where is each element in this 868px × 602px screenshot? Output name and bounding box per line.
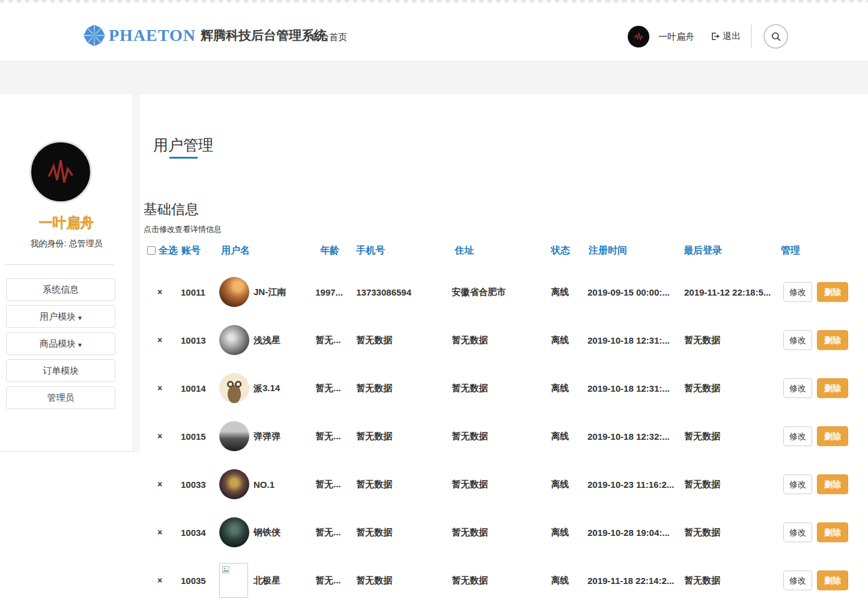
avatar-waveform-icon <box>31 142 90 201</box>
brand-logo[interactable]: PHAETON 辉腾科技后台管理系统 <box>83 24 327 47</box>
gem-icon <box>83 24 106 47</box>
col-account: 账号 <box>181 245 201 257</box>
delete-button[interactable]: 删除 <box>817 282 848 302</box>
row-select-mark[interactable]: × <box>157 528 162 537</box>
sidebar-item-user-module[interactable]: 用户模块 <box>6 305 115 328</box>
address-cell: 暂无数据 <box>452 383 488 394</box>
last-login-cell: 暂无数据 <box>684 431 720 442</box>
user-avatar <box>219 517 249 547</box>
table-row: × 10035 北极星 暂无... 暂无数据 暂无数据 离线 2019-11-1… <box>140 556 868 602</box>
last-login-cell: 暂无数据 <box>684 575 720 586</box>
search-icon <box>770 31 782 43</box>
main-content: 用户管理 基础信息 点击修改查看详情信息 全选 账号 用户名 年龄 手机号 住址… <box>140 94 868 602</box>
sidebar-user-avatar[interactable] <box>29 141 92 203</box>
col-phone: 手机号 <box>356 245 385 257</box>
nav-front-home-link[interactable]: 前台首页 <box>311 32 347 43</box>
username-cell: 钢铁侠 <box>253 527 281 538</box>
status-cell: 离线 <box>551 335 569 346</box>
sidebar-gutter <box>133 94 140 452</box>
delete-button[interactable]: 删除 <box>817 571 848 591</box>
delete-button[interactable]: 删除 <box>817 475 848 494</box>
registered-cell: 2019-10-18 12:31:... <box>587 383 670 394</box>
user-avatar <box>219 421 249 451</box>
row-select-mark[interactable]: × <box>157 287 162 297</box>
select-all-label[interactable]: 全选 <box>159 245 178 257</box>
broken-image-icon <box>222 566 231 574</box>
delete-button[interactable]: 删除 <box>817 330 848 350</box>
sidebar-display-name: 一叶扁舟 <box>0 213 133 232</box>
edit-button[interactable]: 修改 <box>783 427 812 446</box>
user-avatar <box>219 325 249 355</box>
address-cell: 暂无数据 <box>452 575 488 586</box>
registered-cell: 2019-11-18 22:14:2... <box>587 576 674 586</box>
address-cell: 暂无数据 <box>452 335 488 346</box>
delete-button[interactable]: 删除 <box>817 379 848 398</box>
phone-cell: 暂无数据 <box>356 383 392 394</box>
address-cell: 暂无数据 <box>452 479 488 490</box>
user-avatar <box>219 373 249 403</box>
select-all-checkbox[interactable] <box>147 246 156 255</box>
app-title: 辉腾科技后台管理系统 <box>201 27 327 44</box>
account-cell: 10013 <box>181 335 206 345</box>
edit-button[interactable]: 修改 <box>783 330 812 350</box>
phone-cell: 暂无数据 <box>356 335 392 346</box>
edit-button[interactable]: 修改 <box>783 523 812 543</box>
row-select-mark[interactable]: × <box>157 479 162 489</box>
age-cell: 1997... <box>315 287 343 297</box>
edit-button[interactable]: 修改 <box>783 379 812 398</box>
col-registered: 注册时间 <box>589 245 627 257</box>
edit-button[interactable]: 修改 <box>783 571 812 591</box>
status-cell: 离线 <box>551 527 569 538</box>
account-cell: 10034 <box>181 528 206 538</box>
logout-label: 退出 <box>723 31 741 42</box>
sidebar-item-order-module[interactable]: 订单模块 <box>6 359 115 382</box>
username-cell: 弹弹弹 <box>253 431 281 442</box>
sidebar-item-product-module[interactable]: 商品模块 <box>6 332 115 355</box>
phone-cell: 暂无数据 <box>356 479 392 490</box>
header-divider <box>751 25 751 47</box>
table-row: × 10014 派3.14 暂无... 暂无数据 暂无数据 离线 2019-10… <box>140 364 868 412</box>
edit-button[interactable]: 修改 <box>783 475 812 494</box>
registered-cell: 2019-10-18 12:31:... <box>587 335 670 345</box>
username-cell: JN-江南 <box>253 287 286 298</box>
last-login-cell: 暂无数据 <box>684 479 720 490</box>
user-management-page: PHAETON 辉腾科技后台管理系统 前台首页 一叶扁舟 退出 <box>0 0 868 602</box>
table-row: × 10015 弹弹弹 暂无... 暂无数据 暂无数据 离线 2019-10-1… <box>140 412 868 460</box>
avatar-waveform-icon <box>628 26 649 47</box>
last-login-cell: 暂无数据 <box>684 527 720 538</box>
col-status: 状态 <box>551 245 570 257</box>
col-address: 住址 <box>455 245 474 257</box>
account-cell: 10035 <box>181 576 206 586</box>
broken-avatar-placeholder <box>219 563 248 598</box>
row-select-mark[interactable]: × <box>157 383 162 393</box>
header-gray-band <box>0 61 868 94</box>
age-cell: 暂无... <box>315 527 341 538</box>
last-login-cell: 2019-11-12 22:18:5... <box>684 287 771 297</box>
sidebar-item-system-info[interactable]: 系统信息 <box>6 278 115 301</box>
table-row: × 10013 浅浅星 暂无... 暂无数据 暂无数据 离线 2019-10-1… <box>140 316 868 364</box>
delete-button[interactable]: 删除 <box>817 523 848 543</box>
row-select-mark[interactable]: × <box>157 431 162 441</box>
phone-cell: 13733086594 <box>356 287 411 297</box>
address-cell: 暂无数据 <box>452 431 488 442</box>
row-select-mark[interactable]: × <box>157 335 162 345</box>
sidebar: 一叶扁舟 我的身份: 总管理员 系统信息 用户模块 商品模块 订单模块 管理员 <box>0 94 133 452</box>
last-login-cell: 暂无数据 <box>684 383 720 394</box>
edit-button[interactable]: 修改 <box>783 282 812 302</box>
user-avatar <box>219 469 249 499</box>
registered-cell: 2019-10-23 11:16:2... <box>587 479 674 490</box>
row-select-mark[interactable]: × <box>157 576 162 585</box>
chevron-down-icon <box>76 312 82 322</box>
logout-button[interactable]: 退出 <box>710 31 741 42</box>
table-row: × 10033 NO.1 暂无... 暂无数据 暂无数据 离线 2019-10-… <box>140 460 868 508</box>
table-row: × 10034 钢铁侠 暂无... 暂无数据 暂无数据 离线 2019-10-2… <box>140 508 868 556</box>
registered-cell: 2019-10-28 19:04:... <box>587 528 670 538</box>
header-user-avatar[interactable] <box>628 26 649 47</box>
username-cell: 派3.14 <box>253 383 280 394</box>
page-title-underline <box>169 157 198 159</box>
search-button[interactable] <box>763 24 788 49</box>
delete-button[interactable]: 删除 <box>817 427 848 446</box>
account-cell: 10015 <box>181 431 206 442</box>
sidebar-item-admin[interactable]: 管理员 <box>6 386 115 409</box>
age-cell: 暂无... <box>315 335 341 346</box>
